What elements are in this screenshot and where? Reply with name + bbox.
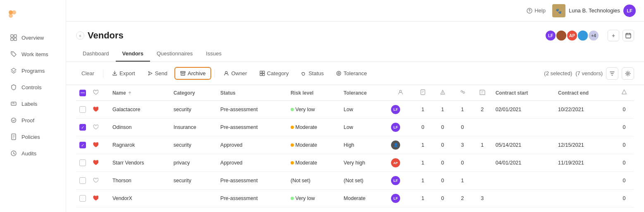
avatar-photo1 bbox=[556, 30, 567, 41]
td-contract-end bbox=[555, 172, 614, 190]
table-row: ✓ Odinson Insurance Pre-assessment Moder… bbox=[76, 119, 634, 136]
td-tolerance: High bbox=[340, 136, 388, 154]
th-subvendors bbox=[453, 85, 472, 101]
td-favorite[interactable] bbox=[89, 190, 109, 207]
td-q4 bbox=[472, 119, 492, 136]
category-filter-button[interactable]: Category bbox=[254, 67, 294, 79]
user-name: Luna B. Technologies bbox=[569, 7, 620, 14]
tab-dashboard[interactable]: Dashboard bbox=[76, 46, 116, 62]
sidebar-item-proof[interactable]: Proof bbox=[3, 112, 62, 128]
td-category: security bbox=[170, 136, 217, 154]
td-q4: 3 bbox=[472, 190, 492, 207]
user-menu[interactable]: 🐾 Luna B. Technologies LF bbox=[552, 4, 636, 17]
tolerance-filter-button[interactable]: Tolerance bbox=[331, 67, 372, 79]
th-alerts bbox=[614, 85, 634, 101]
svg-rect-28 bbox=[421, 90, 425, 95]
heart-icon bbox=[93, 124, 98, 130]
sidebar-item-programs[interactable]: Programs bbox=[3, 63, 62, 79]
td-checkbox[interactable] bbox=[76, 101, 89, 119]
sidebar-collapse-button[interactable]: « bbox=[76, 31, 84, 40]
send-button[interactable]: Send bbox=[142, 67, 173, 79]
th-contract-end: Contract end bbox=[555, 85, 614, 101]
sidebar-item-work-items[interactable]: Work items bbox=[3, 46, 62, 62]
page-header: « Vendors LF AP +4 + bbox=[66, 21, 644, 41]
contracts-col-icon bbox=[479, 89, 485, 95]
td-favorite[interactable] bbox=[89, 136, 109, 154]
td-status: Pre-assessment bbox=[217, 101, 287, 119]
row-checkbox[interactable] bbox=[79, 106, 86, 113]
td-owner: LF bbox=[388, 119, 413, 136]
row-checkbox[interactable] bbox=[79, 177, 86, 184]
svg-point-12 bbox=[529, 12, 530, 12]
svg-rect-23 bbox=[262, 74, 265, 76]
category-icon bbox=[260, 71, 265, 76]
svg-rect-6 bbox=[14, 38, 17, 40]
td-q3: 0 bbox=[453, 154, 472, 172]
archive-button[interactable]: Archive bbox=[174, 67, 211, 80]
svg-point-16 bbox=[578, 31, 588, 40]
svg-point-9 bbox=[12, 118, 16, 123]
svg-rect-20 bbox=[260, 71, 262, 73]
td-checkbox[interactable] bbox=[76, 154, 89, 172]
td-contract-end: 10/22/2021 bbox=[555, 101, 614, 119]
filter-button[interactable] bbox=[606, 67, 618, 80]
td-checkbox[interactable]: ✓ bbox=[76, 136, 89, 154]
owner-filter-button[interactable]: Owner bbox=[218, 67, 252, 79]
td-contract-start: 04/01/2021 bbox=[492, 154, 555, 172]
td-favorite[interactable] bbox=[89, 119, 109, 136]
td-owner: AP bbox=[388, 154, 413, 172]
td-checkbox[interactable] bbox=[76, 190, 89, 207]
td-q1: 1 bbox=[413, 154, 433, 172]
tab-vendors[interactable]: Vendors bbox=[116, 46, 150, 62]
td-contract-end: 11/19/2021 bbox=[555, 154, 614, 172]
td-q1: 1 bbox=[413, 136, 433, 154]
td-risk-level: Moderate bbox=[287, 119, 340, 136]
help-button[interactable]: Help bbox=[526, 7, 546, 14]
status-filter-button[interactable]: Status bbox=[296, 67, 329, 79]
td-favorite[interactable] bbox=[89, 101, 109, 119]
calendar-button[interactable] bbox=[623, 30, 634, 41]
sidebar-item-overview[interactable]: Overview bbox=[3, 30, 62, 45]
td-favorite[interactable] bbox=[89, 154, 109, 172]
heart-icon bbox=[93, 106, 98, 112]
grid-icon bbox=[10, 34, 17, 41]
td-favorite[interactable] bbox=[89, 172, 109, 190]
findings-col-icon bbox=[440, 89, 446, 95]
sidebar-item-controls[interactable]: Controls bbox=[3, 79, 62, 95]
td-risk-level: Very low bbox=[287, 190, 340, 207]
heart-icon bbox=[93, 195, 98, 201]
sidebar-item-label: Proof bbox=[21, 117, 34, 124]
sidebar-item-policies[interactable]: Policies bbox=[3, 129, 62, 145]
row-checkbox[interactable] bbox=[79, 195, 86, 202]
row-checkbox[interactable]: ✓ bbox=[79, 124, 86, 131]
policies-icon bbox=[10, 133, 17, 141]
td-alerts: 0 bbox=[614, 172, 634, 190]
row-checkbox[interactable]: ✓ bbox=[79, 142, 86, 148]
td-status: Approved bbox=[217, 136, 287, 154]
user-initials-avatar: LF bbox=[623, 5, 636, 17]
th-checkbox[interactable]: — bbox=[76, 85, 89, 101]
td-checkbox[interactable] bbox=[76, 172, 89, 190]
sidebar-item-audits[interactable]: Audits bbox=[3, 145, 62, 161]
td-category: Insurance bbox=[170, 119, 217, 136]
td-tolerance: (Not set) bbox=[340, 172, 388, 190]
th-name[interactable]: Name bbox=[109, 85, 170, 101]
add-collaborator-button[interactable]: + bbox=[608, 30, 619, 41]
td-q1: 1 bbox=[413, 101, 433, 119]
svg-rect-22 bbox=[260, 74, 262, 76]
clear-button[interactable]: Clear bbox=[76, 67, 100, 79]
row-checkbox[interactable] bbox=[79, 160, 86, 166]
settings-button[interactable] bbox=[622, 67, 634, 80]
select-all-checkbox[interactable]: — bbox=[79, 90, 86, 96]
owner-icon bbox=[224, 71, 229, 76]
proof-icon bbox=[10, 117, 17, 124]
tab-issues[interactable]: Issues bbox=[199, 46, 228, 62]
td-risk-level: Very low bbox=[287, 101, 340, 119]
heart-icon bbox=[93, 142, 98, 148]
sidebar-item-label: Overview bbox=[21, 35, 44, 41]
tab-questionnaires[interactable]: Questionnaires bbox=[150, 46, 199, 62]
export-button[interactable]: Export bbox=[107, 67, 141, 79]
sidebar-item-labels[interactable]: Labels bbox=[3, 96, 62, 112]
td-checkbox[interactable]: ✓ bbox=[76, 119, 89, 136]
td-contract-start bbox=[492, 172, 555, 190]
